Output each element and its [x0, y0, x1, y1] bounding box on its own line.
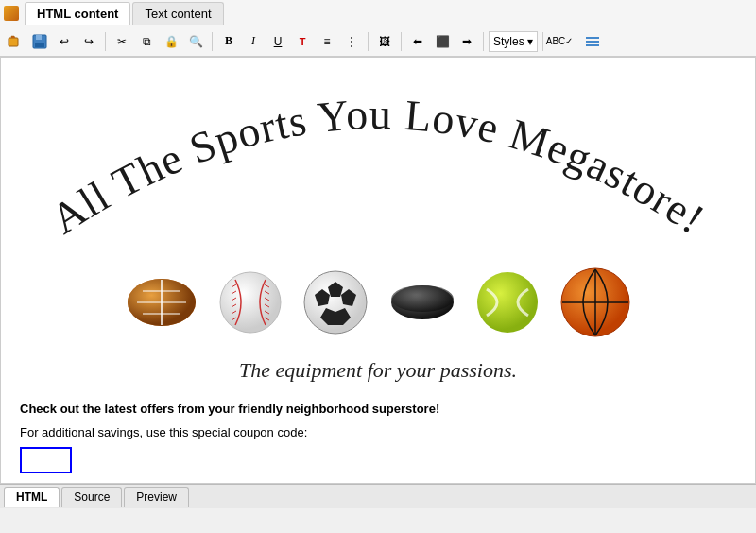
- svg-rect-0: [9, 38, 18, 46]
- separator-5: [483, 32, 484, 51]
- svg-point-14: [220, 272, 281, 333]
- svg-rect-3: [35, 43, 44, 47]
- open-button[interactable]: [4, 30, 26, 53]
- tab-text-content[interactable]: Text content: [132, 2, 223, 25]
- copy-button[interactable]: ⧉: [135, 30, 158, 53]
- list-button[interactable]: ≡: [316, 30, 338, 53]
- app-icon: [4, 6, 19, 21]
- svg-rect-2: [36, 35, 42, 40]
- separator-2: [212, 32, 213, 51]
- bottom-tab-source[interactable]: Source: [61, 487, 122, 507]
- image-button[interactable]: 🖼: [373, 30, 396, 53]
- tab-html-content[interactable]: HTML content: [25, 2, 130, 25]
- title-tab-bar: HTML content Text content: [0, 0, 756, 26]
- more-button[interactable]: [581, 30, 604, 53]
- coupon-input[interactable]: [20, 447, 72, 473]
- separator-7: [576, 32, 576, 51]
- svg-point-23: [477, 272, 538, 333]
- separator-1: [105, 32, 106, 51]
- find-button[interactable]: 🔍: [184, 30, 207, 53]
- undo-button[interactable]: ↩: [53, 30, 76, 53]
- coupon-label: For additional savings, use this special…: [20, 425, 736, 439]
- editor-toolbar: ↩ ↪ ✂ ⧉ 🔒 🔍 B I U T ≡ ⋮ 🖼 ⬅ ⬛ ➡ Styles ▾…: [0, 26, 756, 57]
- basketball-icon: [558, 266, 632, 339]
- save-button[interactable]: [28, 30, 51, 53]
- paste-button[interactable]: 🔒: [160, 30, 182, 53]
- bold-button[interactable]: B: [217, 30, 240, 53]
- styles-dropdown[interactable]: Styles ▾: [489, 31, 538, 52]
- align-center-button[interactable]: ⬛: [431, 30, 454, 53]
- separator-6: [542, 32, 543, 51]
- svg-rect-5: [586, 41, 599, 43]
- align-right-button[interactable]: ➡: [455, 30, 478, 53]
- banner-svg: All The Sports You Love Megastore!: [20, 67, 736, 266]
- bottom-tab-preview[interactable]: Preview: [124, 487, 189, 507]
- bottom-tab-bar: HTML Source Preview: [0, 484, 756, 508]
- cut-button[interactable]: ✂: [111, 30, 133, 53]
- tennis-ball-icon: [475, 270, 540, 335]
- separator-3: [368, 32, 369, 51]
- editor-content: All The Sports You Love Megastore!: [1, 58, 755, 484]
- italic-button[interactable]: I: [242, 30, 265, 53]
- bottom-tab-html[interactable]: HTML: [4, 487, 60, 507]
- hockey-puck-icon: [388, 282, 456, 324]
- font-color-button[interactable]: T: [291, 30, 314, 53]
- svg-rect-4: [586, 37, 599, 39]
- tagline-text: The equipment for your passions.: [20, 358, 736, 383]
- baseball-icon: [218, 270, 283, 335]
- svg-rect-6: [586, 44, 599, 46]
- banner-section: All The Sports You Love Megastore!: [20, 67, 736, 275]
- football-icon: [124, 274, 199, 331]
- align-left-button[interactable]: ⬅: [406, 30, 429, 53]
- numbered-list-button[interactable]: ⋮: [340, 30, 363, 53]
- underline-button[interactable]: U: [266, 30, 289, 53]
- svg-text:All The Sports You Love Megast: All The Sports You Love Megastore!: [43, 90, 713, 243]
- svg-point-22: [391, 285, 454, 312]
- soccer-ball-icon: [301, 268, 369, 336]
- editor-area: All The Sports You Love Megastore!: [0, 57, 756, 484]
- check-out-text: Check out the latest offers from your fr…: [20, 402, 736, 416]
- spellcheck-button[interactable]: ABC✓: [548, 30, 571, 53]
- sports-balls-row: [20, 266, 736, 339]
- separator-4: [401, 32, 402, 51]
- redo-button[interactable]: ↪: [77, 30, 100, 53]
